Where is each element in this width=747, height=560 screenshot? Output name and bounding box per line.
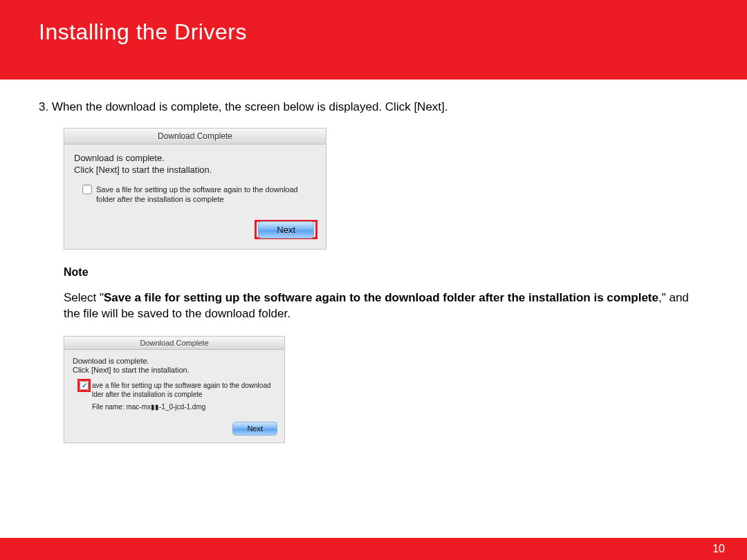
save-file-checkbox-unchecked[interactable]: [82, 185, 92, 194]
next-button[interactable]: Next: [258, 221, 314, 239]
download-complete-dialog-2: Download Complete Download is complete. …: [64, 336, 285, 443]
dialog-text-line2: Click [Next] to start the installation.: [74, 165, 316, 175]
next-button-highlight: Next: [255, 220, 317, 239]
checkbox-highlight: [77, 379, 91, 392]
next-button[interactable]: Next: [232, 422, 277, 436]
dialog-title: Download Complete: [64, 129, 326, 144]
save-file-checkbox-label: Save a file for setting up the software …: [96, 185, 316, 205]
save-file-checkbox-label: ave a file for setting up the software a…: [92, 381, 271, 399]
page-number: 10: [712, 543, 725, 555]
dialog-title: Download Complete: [64, 337, 284, 350]
page-header: Installing the Drivers: [0, 0, 747, 80]
note-body: Select "Save a file for setting up the s…: [64, 290, 708, 323]
page-content: 3. When the download is complete, the sc…: [0, 80, 747, 443]
step-3-instruction: 3. When the download is complete, the sc…: [39, 100, 708, 114]
save-file-checkbox-checked[interactable]: ✓: [80, 381, 89, 390]
download-complete-dialog-1: Download Complete Download is complete. …: [64, 128, 326, 250]
dialog-text-line2: Click [Next] to start the installation.: [73, 366, 276, 374]
file-name-line: File name: mac-mx▮▮-1_0-jcd-1.dmg: [92, 403, 276, 411]
dialog-text-line1: Download is complete.: [73, 357, 276, 365]
save-file-checkbox-row: Save a file for setting up the software …: [82, 185, 316, 205]
page-title: Installing the Drivers: [39, 19, 747, 45]
note-heading: Note: [64, 266, 708, 279]
dialog-text-line1: Download is complete.: [74, 153, 316, 163]
save-file-checkbox-row: ✓ ave a file for setting up the software…: [80, 381, 276, 399]
page-footer: 10: [0, 538, 747, 560]
